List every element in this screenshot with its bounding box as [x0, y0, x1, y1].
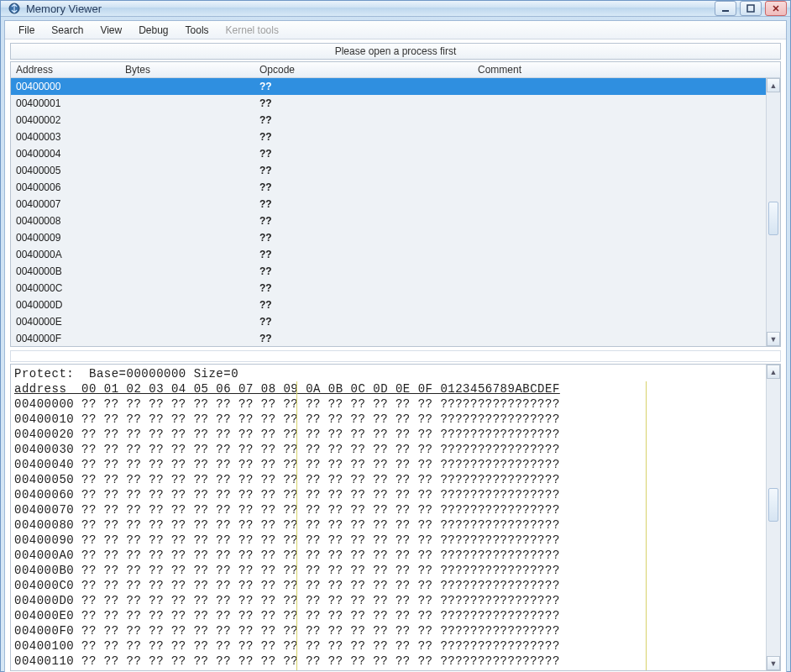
cell-address: 00400004 — [11, 148, 120, 160]
cell-opcode: ?? — [254, 299, 473, 311]
disassembly-panel: Address Bytes Opcode Comment 00400000??0… — [10, 61, 781, 347]
disasm-row[interactable]: 0040000B?? — [11, 263, 780, 280]
hex-divider-line — [296, 381, 297, 670]
disasm-row[interactable]: 00400004?? — [11, 145, 780, 162]
menu-item-view[interactable]: View — [92, 23, 130, 38]
cell-address: 00400007 — [11, 198, 120, 210]
cell-opcode: ?? — [254, 181, 473, 193]
disasm-row[interactable]: 00400008?? — [11, 213, 780, 229]
hex-scrollbar[interactable]: ▲ ▼ — [766, 365, 780, 670]
scroll-track[interactable] — [767, 92, 780, 332]
column-header-opcode[interactable]: Opcode — [254, 64, 473, 76]
svg-rect-1 — [722, 10, 729, 12]
cell-address: 00400002 — [11, 114, 120, 126]
disasm-row[interactable]: 00400005?? — [11, 162, 780, 179]
cell-opcode: ?? — [254, 265, 473, 277]
cell-address: 0040000B — [11, 265, 120, 277]
scroll-down-arrow-icon[interactable]: ▼ — [767, 332, 780, 346]
cell-address: 00400000 — [11, 81, 120, 92]
cell-address: 00400001 — [11, 97, 120, 109]
minimize-button[interactable] — [715, 1, 736, 16]
disassembly-body[interactable]: 00400000??00400001??00400002??00400003??… — [10, 78, 781, 347]
cell-opcode: ?? — [254, 97, 473, 109]
disasm-row[interactable]: 00400003?? — [11, 129, 780, 145]
cell-opcode: ?? — [254, 165, 473, 176]
cell-address: 0040000F — [11, 333, 120, 344]
cell-opcode: ?? — [254, 198, 473, 210]
app-icon — [8, 2, 21, 15]
hex-divider-line — [646, 381, 647, 670]
disasm-row[interactable]: 00400007?? — [11, 196, 780, 213]
splitter[interactable] — [10, 350, 781, 362]
hex-protect-line: Protect: Base=00000000 Size=0 — [14, 367, 238, 381]
client-area: FileSearchViewDebugToolsKernel tools Ple… — [4, 20, 787, 672]
disasm-row[interactable]: 0040000A?? — [11, 246, 780, 263]
cell-opcode: ?? — [254, 249, 473, 260]
cell-address: 0040000A — [11, 249, 120, 260]
disassembly-header[interactable]: Address Bytes Opcode Comment — [10, 61, 781, 78]
scroll-track[interactable] — [767, 379, 780, 656]
disasm-row[interactable]: 00400000?? — [11, 78, 780, 95]
menu-bar: FileSearchViewDebugToolsKernel tools — [5, 21, 786, 39]
cell-opcode: ?? — [254, 333, 473, 344]
disasm-row[interactable]: 00400006?? — [11, 179, 780, 196]
window-frame: Memory Viewer FileSearchViewDebugToolsKe… — [0, 0, 791, 672]
cell-opcode: ?? — [254, 114, 473, 126]
close-button[interactable] — [765, 1, 787, 16]
cell-address: 00400006 — [11, 181, 120, 193]
menu-item-debug[interactable]: Debug — [130, 23, 176, 38]
scroll-up-arrow-icon[interactable]: ▲ — [767, 365, 780, 379]
cell-address: 00400003 — [11, 131, 120, 143]
scroll-thumb[interactable] — [768, 202, 778, 235]
cell-address: 00400005 — [11, 165, 120, 176]
disasm-row[interactable]: 00400002?? — [11, 112, 780, 129]
disasm-row[interactable]: 00400009?? — [11, 229, 780, 246]
cell-opcode: ?? — [254, 316, 473, 328]
disasm-row[interactable]: 0040000D?? — [11, 297, 780, 313]
cell-address: 0040000E — [11, 316, 120, 328]
disasm-row[interactable]: 00400001?? — [11, 95, 780, 112]
maximize-button[interactable] — [740, 1, 762, 16]
cell-opcode: ?? — [254, 215, 473, 227]
column-header-comment[interactable]: Comment — [473, 64, 780, 76]
cell-address: 0040000C — [11, 282, 120, 294]
column-header-bytes[interactable]: Bytes — [120, 64, 254, 76]
hex-panel[interactable]: Protect: Base=00000000 Size=0 address 00… — [10, 364, 781, 671]
title-bar[interactable]: Memory Viewer — [1, 1, 790, 17]
status-banner: Please open a process first — [10, 43, 781, 60]
menu-item-kernel-tools: Kernel tools — [217, 23, 287, 38]
disasm-row[interactable]: 0040000E?? — [11, 313, 780, 330]
svg-rect-2 — [747, 5, 754, 12]
menu-item-file[interactable]: File — [10, 23, 43, 38]
menu-item-tools[interactable]: Tools — [177, 23, 217, 38]
column-header-address[interactable]: Address — [11, 64, 120, 76]
hex-header-line: address 00 01 02 03 04 05 06 07 08 09 0A… — [14, 382, 560, 396]
cell-opcode: ?? — [254, 282, 473, 294]
cell-address: 0040000D — [11, 299, 120, 311]
cell-address: 00400008 — [11, 215, 120, 227]
window-title: Memory Viewer — [26, 3, 102, 15]
scroll-thumb[interactable] — [768, 488, 778, 522]
disassembly-scrollbar[interactable]: ▲ ▼ — [766, 78, 780, 346]
status-banner-text: Please open a process first — [335, 45, 457, 57]
hex-rows[interactable]: 00400000 ?? ?? ?? ?? ?? ?? ?? ?? ?? ?? ?… — [14, 397, 560, 668]
disasm-row[interactable]: 0040000F?? — [11, 330, 780, 347]
cell-address: 00400009 — [11, 232, 120, 244]
cell-opcode: ?? — [254, 81, 473, 92]
menu-item-search[interactable]: Search — [43, 23, 92, 38]
cell-opcode: ?? — [254, 131, 473, 143]
hex-text[interactable]: Protect: Base=00000000 Size=0 address 00… — [11, 365, 780, 670]
cell-opcode: ?? — [254, 232, 473, 244]
scroll-up-arrow-icon[interactable]: ▲ — [767, 78, 780, 92]
cell-opcode: ?? — [254, 148, 473, 160]
scroll-down-arrow-icon[interactable]: ▼ — [767, 656, 780, 670]
disasm-row[interactable]: 0040000C?? — [11, 280, 780, 297]
